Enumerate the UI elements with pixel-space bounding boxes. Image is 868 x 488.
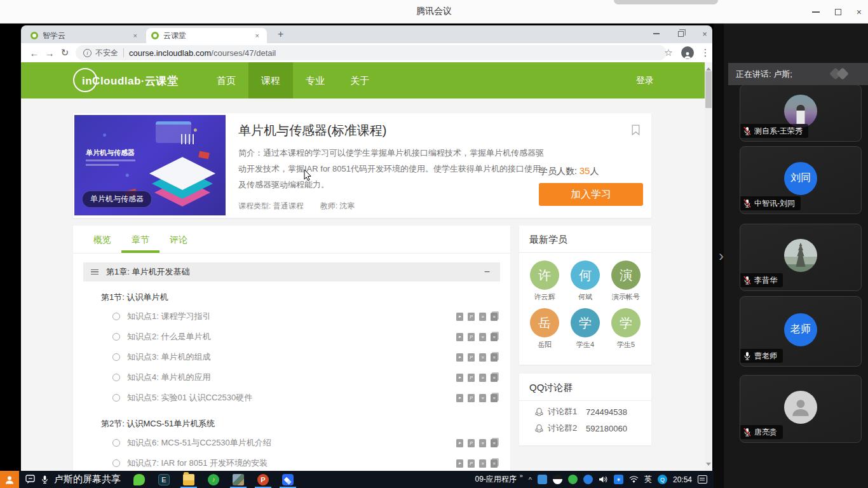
knowledge-point-label[interactable]: 知识点2: 什么是单片机: [127, 331, 210, 342]
ppt-file-icon[interactable]: [468, 353, 475, 362]
quiz-file-icon[interactable]: [491, 374, 498, 382]
site-logo-text[interactable]: inCloudlab·云课堂: [82, 74, 178, 88]
share-mic-icon[interactable]: [41, 475, 49, 484]
tray-expand-icon[interactable]: ^: [529, 476, 532, 484]
ppt-file-icon[interactable]: [468, 459, 475, 468]
share-chat-icon[interactable]: [25, 475, 36, 484]
page-info-icon[interactable]: i: [83, 49, 92, 57]
quiz-file-icon[interactable]: [491, 333, 498, 341]
taskbar-group-label[interactable]: 09-应用程序»: [475, 474, 522, 485]
video-file-icon[interactable]: [456, 374, 463, 382]
qq-group-name[interactable]: 讨论群2: [548, 423, 577, 434]
photos-app-icon[interactable]: [230, 471, 247, 487]
student-avatar[interactable]: 学: [571, 308, 600, 337]
bookmark-icon[interactable]: [632, 125, 640, 135]
quiz-file-icon[interactable]: [491, 459, 498, 468]
reload-icon[interactable]: ↻: [58, 46, 72, 60]
doc-file-icon[interactable]: [479, 313, 486, 321]
participant-video-tile[interactable]: 老师 曹老师: [740, 296, 862, 367]
ppt-file-icon[interactable]: [468, 439, 475, 447]
knowledge-point-label[interactable]: 知识点3: 单片机的组成: [127, 351, 210, 363]
quiz-file-icon[interactable]: [491, 439, 498, 447]
participant-video-tile[interactable]: 刘同 中智讯-刘同: [740, 146, 862, 214]
taskbar-clock[interactable]: 20:54: [673, 475, 692, 484]
video-file-icon[interactable]: [456, 459, 463, 468]
qq-group-name[interactable]: 讨论群1: [548, 406, 577, 417]
tab-close-icon[interactable]: ×: [131, 30, 140, 41]
page-scrollbar[interactable]: [705, 62, 712, 471]
meeting-toolbar-collapsed-handle[interactable]: [614, 0, 718, 4]
back-icon[interactable]: ←: [27, 46, 41, 60]
volume-icon[interactable]: [599, 475, 608, 484]
close-icon[interactable]: ×: [857, 8, 862, 17]
student-item[interactable]: 何 何斌: [565, 261, 606, 302]
student-avatar[interactable]: 何: [571, 261, 600, 290]
participant-video-tile[interactable]: 唐亮贵: [740, 375, 862, 443]
restore-icon[interactable]: [835, 9, 841, 15]
knowledge-point-label[interactable]: 知识点6: MCS-51与CC2530单片机介绍: [127, 437, 271, 449]
nav-item-about[interactable]: 关于: [337, 62, 382, 98]
doc-file-icon[interactable]: [479, 459, 486, 468]
ppt-file-icon[interactable]: [468, 313, 475, 321]
editor-app-icon[interactable]: E: [156, 471, 172, 487]
ime-language-indicator[interactable]: 英: [644, 474, 652, 485]
tim-tray-icon[interactable]: ✶: [614, 475, 623, 484]
join-course-button[interactable]: 加入学习: [539, 183, 643, 206]
student-item[interactable]: 学 学生5: [606, 308, 646, 349]
tab-close-icon[interactable]: ×: [253, 30, 262, 41]
doc-file-icon[interactable]: [479, 353, 486, 362]
qq-tray-icon[interactable]: [553, 475, 562, 484]
ppt-file-icon[interactable]: [468, 333, 475, 341]
student-item[interactable]: 学 学生4: [565, 308, 606, 349]
browser-tab-yunketang[interactable]: 云课堂 ×: [146, 28, 267, 43]
video-file-icon[interactable]: [456, 394, 463, 402]
video-file-icon[interactable]: [456, 439, 463, 447]
forward-icon[interactable]: →: [43, 46, 57, 60]
video-file-icon[interactable]: [456, 333, 463, 341]
student-avatar[interactable]: 许: [530, 261, 559, 290]
doc-file-icon[interactable]: [479, 374, 486, 382]
new-tab-button[interactable]: +: [274, 29, 287, 40]
student-item[interactable]: 许 许云辉: [524, 261, 565, 302]
tab-comments[interactable]: 评论: [159, 226, 198, 253]
qq-browser-tray-icon[interactable]: Q: [658, 475, 667, 484]
knowledge-point-label[interactable]: 知识点1: 课程学习指引: [127, 311, 210, 322]
student-item[interactable]: 岳 岳阳: [524, 308, 565, 349]
bookmark-star-icon[interactable]: ☆: [661, 46, 675, 60]
nav-item-majors[interactable]: 专业: [293, 62, 337, 98]
participant-video-tile[interactable]: 李昔华: [740, 224, 862, 291]
scrollbar-thumb[interactable]: [705, 71, 712, 108]
video-file-icon[interactable]: [456, 353, 463, 362]
notification-center-icon[interactable]: [698, 475, 707, 484]
powerpoint-icon[interactable]: P: [255, 471, 271, 487]
participant-video-tile[interactable]: 测自系-王荣秀: [740, 85, 862, 142]
knowledge-point-label[interactable]: 知识点5: 实验01 认识CC2530硬件: [127, 392, 252, 403]
url-input[interactable]: i 不安全 course.incloudlab.com /courses/47/…: [76, 45, 667, 60]
screen-share-person-icon[interactable]: [0, 471, 19, 488]
knowledge-point-label[interactable]: 知识点4: 单片机的应用: [127, 372, 210, 383]
quiz-file-icon[interactable]: [491, 353, 498, 362]
usb-tray-icon[interactable]: [538, 475, 547, 484]
login-link[interactable]: 登录: [636, 62, 654, 98]
knowledge-point-label[interactable]: 知识点7: IAR for 8051 开发环境的安装: [127, 458, 268, 469]
quiz-file-icon[interactable]: [491, 394, 498, 402]
profile-icon[interactable]: [681, 46, 695, 60]
ppt-file-icon[interactable]: [468, 394, 475, 402]
nav-item-courses[interactable]: 课程: [248, 62, 293, 98]
browser-minimize-button[interactable]: [647, 25, 666, 42]
music-app-icon[interactable]: ♪: [205, 471, 222, 487]
course-cover-image[interactable]: 单片机与传感器 单片机与传感器: [74, 115, 226, 215]
tab-chapters[interactable]: 章节: [121, 226, 159, 253]
wifi-icon[interactable]: [629, 476, 639, 484]
scroll-down-icon[interactable]: [706, 463, 711, 468]
browser-tab-zhixueyun[interactable]: 智学云 ×: [25, 28, 145, 43]
doc-file-icon[interactable]: [479, 394, 486, 402]
browser-restore-button[interactable]: [671, 25, 690, 42]
doc-file-icon[interactable]: [479, 439, 486, 447]
student-avatar[interactable]: 岳: [530, 308, 559, 337]
browser-close-button[interactable]: ×: [695, 25, 712, 42]
wechat-icon[interactable]: [131, 471, 147, 487]
video-file-icon[interactable]: [456, 313, 463, 321]
student-avatar[interactable]: 演: [611, 261, 641, 290]
panel-collapse-icon[interactable]: ›: [719, 247, 724, 265]
